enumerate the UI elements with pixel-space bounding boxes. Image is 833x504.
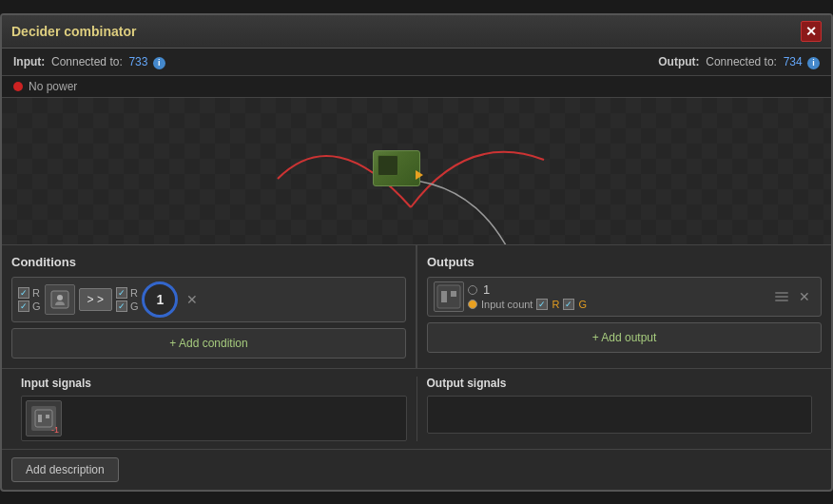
- output-drag-handle[interactable]: [775, 283, 790, 310]
- output-cb-g-label: G: [578, 299, 587, 310]
- outputs-title: Outputs: [427, 255, 822, 269]
- output-info-icon[interactable]: i: [807, 57, 820, 69]
- signal-cell-input: -1: [26, 400, 62, 436]
- output-row: 1 Input count ✓ R ✓ G: [427, 277, 822, 317]
- cb-row-r2: ✓ R: [116, 287, 139, 299]
- status-text: No power: [29, 80, 77, 93]
- io-bar: Input: Connected to: 733 i Output: Conne…: [2, 48, 831, 76]
- input-signals-panel: Input signals -1: [11, 377, 417, 441]
- output-icon-svg: [436, 283, 462, 310]
- input-signals-grid: -1: [21, 396, 407, 441]
- cb-g-checked[interactable]: ✓: [18, 300, 29, 312]
- signals-row: Input signals -1: [11, 377, 822, 441]
- close-button[interactable]: ✕: [801, 21, 822, 42]
- svg-rect-5: [35, 410, 52, 427]
- output-value: 1: [483, 282, 490, 297]
- output-sub-row: Input count ✓ R ✓ G: [468, 299, 771, 310]
- cb-row-g2: ✓ G: [116, 300, 139, 312]
- add-condition-button[interactable]: + Add condition: [11, 328, 406, 359]
- window-title: Decider combinator: [11, 24, 136, 39]
- output-cb-r[interactable]: ✓: [536, 299, 548, 310]
- add-description-button[interactable]: Add description: [11, 457, 119, 482]
- cb-r2-label: R: [130, 287, 138, 299]
- cb-g2-label: G: [130, 300, 139, 312]
- no-power-dot: [13, 82, 23, 91]
- condition-item-svg: [48, 288, 71, 311]
- output-cb-r-label: R: [552, 299, 559, 310]
- add-output-button[interactable]: + Add output: [427, 322, 822, 353]
- combinator-body: [373, 150, 420, 186]
- output-cb-g[interactable]: ✓: [563, 299, 574, 310]
- condition-right-checkboxes: ✓ R ✓ G: [116, 287, 139, 312]
- operator-button[interactable]: > >: [79, 288, 112, 311]
- conditions-panel: Conditions ✓ R ✓ G: [2, 245, 416, 368]
- svg-rect-2: [437, 285, 460, 308]
- cb-g2-checked[interactable]: ✓: [116, 300, 127, 312]
- cb-r2-checked[interactable]: ✓: [116, 287, 127, 299]
- cb-g-label: G: [32, 300, 41, 312]
- cb-row-g: ✓ G: [18, 300, 41, 312]
- output-item-icon[interactable]: [434, 281, 464, 312]
- svg-rect-7: [46, 415, 49, 418]
- cb-row-r: ✓ R: [18, 287, 41, 299]
- output-value-row: 1: [468, 282, 771, 297]
- output-details: 1 Input count ✓ R ✓ G: [468, 282, 771, 310]
- output-signals-panel: Output signals: [417, 377, 823, 441]
- footer: Add description: [2, 449, 831, 490]
- wire-gray-svg: [392, 169, 677, 245]
- decider-combinator-window: Decider combinator ✕ Input: Connected to…: [0, 13, 833, 492]
- output-signals-title: Output signals: [427, 377, 813, 390]
- output-sub-label: Input count: [481, 299, 533, 310]
- signals-section: Input signals -1: [2, 368, 831, 449]
- output-delete-button[interactable]: ✕: [794, 287, 815, 306]
- condition-row: ✓ R ✓ G > >: [11, 277, 406, 322]
- conditions-title: Conditions: [11, 255, 406, 269]
- input-signals-title: Input signals: [21, 377, 407, 390]
- svg-point-1: [57, 295, 63, 300]
- condition-value-circle[interactable]: 1: [142, 281, 178, 318]
- main-area: Conditions ✓ R ✓ G: [2, 245, 831, 368]
- condition-left-checkboxes: ✓ R ✓ G: [18, 287, 41, 312]
- output-signals-grid: [427, 396, 813, 434]
- preview-area: [2, 98, 831, 245]
- input-info: Input: Connected to: 733 i: [13, 54, 165, 69]
- status-bar: No power: [2, 76, 831, 98]
- svg-rect-6: [38, 415, 42, 422]
- output-sub-dot: [468, 300, 477, 309]
- svg-rect-3: [441, 291, 447, 302]
- condition-item-icon[interactable]: [45, 284, 75, 315]
- cb-r-label: R: [32, 287, 40, 299]
- svg-rect-4: [451, 291, 456, 297]
- signal-value: -1: [51, 425, 59, 435]
- condition-delete-button[interactable]: ✕: [182, 290, 203, 309]
- output-radio[interactable]: [468, 285, 477, 295]
- outputs-panel: Outputs 1: [417, 245, 831, 368]
- input-info-icon[interactable]: i: [153, 57, 165, 69]
- titlebar: Decider combinator ✕: [2, 15, 831, 48]
- combinator-sprite: [373, 150, 430, 198]
- output-info: Output: Connected to: 734 i: [658, 54, 820, 69]
- cb-r-checked[interactable]: ✓: [18, 287, 29, 299]
- arrow-tip: [416, 170, 423, 180]
